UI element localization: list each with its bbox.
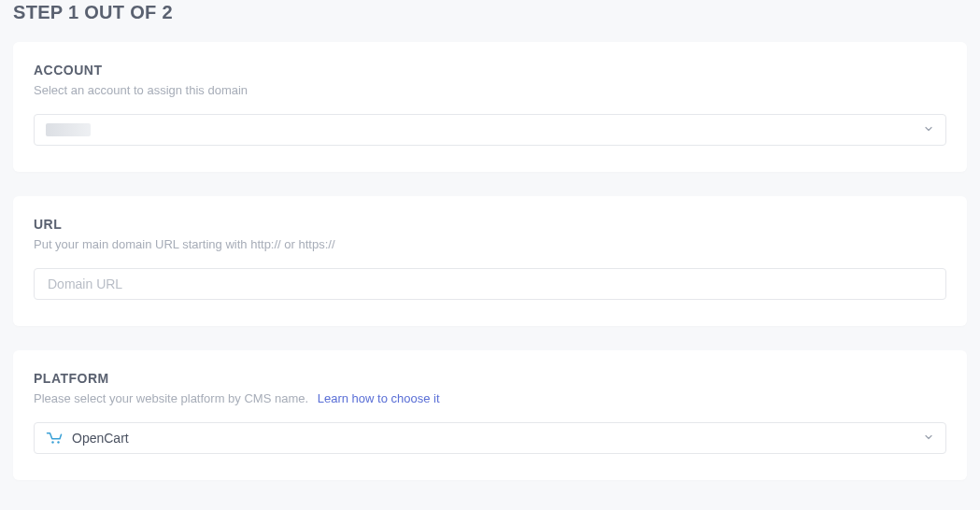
platform-select[interactable]: OpenCart: [34, 422, 946, 454]
platform-selected-value: OpenCart: [72, 431, 129, 446]
url-title: URL: [34, 217, 946, 232]
cart-icon: [46, 432, 63, 445]
account-title: ACCOUNT: [34, 63, 946, 78]
domain-url-input[interactable]: [34, 268, 946, 300]
svg-point-1: [57, 441, 59, 443]
account-select[interactable]: [34, 114, 946, 146]
learn-how-link[interactable]: Learn how to choose it: [318, 391, 440, 405]
platform-card: PLATFORM Please select your website plat…: [13, 350, 967, 480]
platform-title: PLATFORM: [34, 371, 946, 386]
account-card: ACCOUNT Select an account to assign this…: [13, 42, 967, 172]
url-subtitle: Put your main domain URL starting with h…: [34, 237, 946, 251]
svg-point-0: [51, 441, 53, 443]
url-card: URL Put your main domain URL starting wi…: [13, 196, 967, 326]
chevron-down-icon: [923, 431, 934, 446]
platform-subtitle-text: Please select your website platform by C…: [34, 391, 308, 405]
chevron-down-icon: [923, 122, 934, 137]
account-subtitle: Select an account to assign this domain: [34, 83, 946, 97]
platform-subtitle: Please select your website platform by C…: [34, 391, 946, 405]
page-title: STEP 1 OUT OF 2: [13, 2, 967, 23]
account-selected-value: [46, 123, 91, 136]
